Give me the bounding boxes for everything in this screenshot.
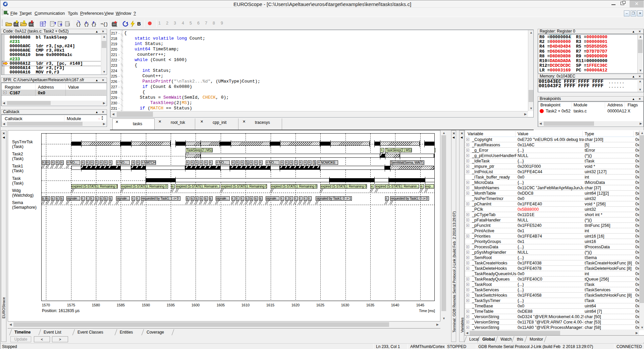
svg-text:{}: {} — [103, 22, 107, 27]
svg-text:{}: {} — [76, 22, 81, 27]
